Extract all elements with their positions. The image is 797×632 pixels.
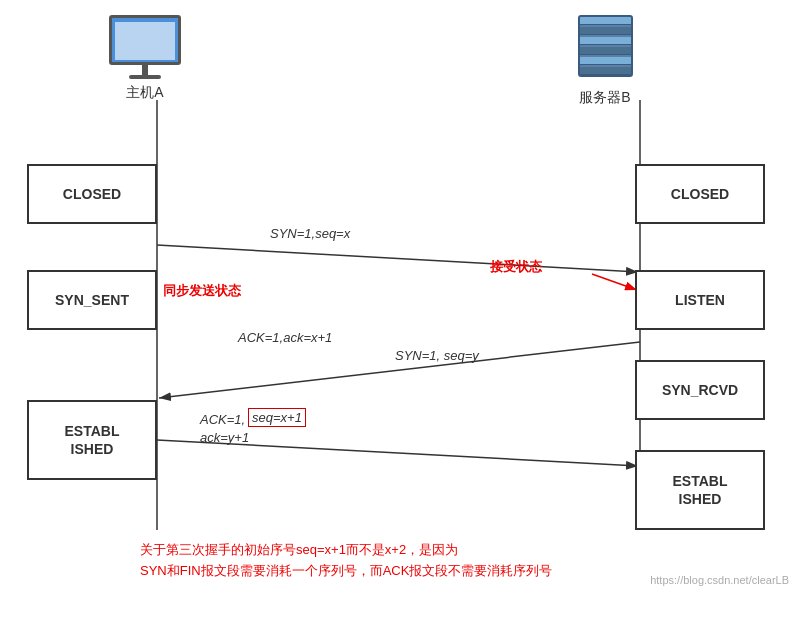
server-graphic bbox=[570, 15, 640, 85]
watermark: https://blog.csdn.net/clearLB bbox=[650, 574, 789, 586]
bottom-note-line1: 关于第三次握手的初始序号seq=x+1而不是x+2，是因为 bbox=[140, 540, 552, 561]
server-b-label: 服务器B bbox=[579, 89, 630, 107]
monitor-graphic bbox=[105, 15, 185, 80]
bottom-note: 关于第三次握手的初始序号seq=x+1而不是x+2，是因为 SYN和FIN报文段… bbox=[140, 540, 552, 582]
server-b-icon: 服务器B bbox=[570, 15, 640, 107]
state-closed-left: CLOSED bbox=[27, 164, 157, 224]
host-a-icon: 主机A bbox=[105, 15, 185, 102]
state-listen: LISTEN bbox=[635, 270, 765, 330]
bottom-note-line2: SYN和FIN报文段需要消耗一个序列号，而ACK报文段不需要消耗序列号 bbox=[140, 561, 552, 582]
signal-ack2-part2: ack=y+1 bbox=[200, 430, 249, 445]
label-jieshou: 接受状态 bbox=[490, 258, 542, 276]
host-a-label: 主机A bbox=[126, 84, 163, 102]
state-established-left: ESTABLISHED bbox=[27, 400, 157, 480]
state-established-right: ESTABLISHED bbox=[635, 450, 765, 530]
state-syn-sent: SYN_SENT bbox=[27, 270, 157, 330]
diagram-container: 主机A 服务器B bbox=[0, 0, 797, 590]
signal-syn: SYN=1,seq=x bbox=[270, 226, 350, 241]
signal-syn2: SYN=1, seq=y bbox=[395, 348, 479, 363]
highlight-seq: seq=x+1 bbox=[248, 408, 306, 427]
state-closed-right: CLOSED bbox=[635, 164, 765, 224]
svg-line-2 bbox=[157, 245, 638, 272]
label-tongbu: 同步发送状态 bbox=[163, 282, 241, 300]
signal-ack1: ACK=1,ack=x+1 bbox=[238, 330, 332, 345]
svg-line-5 bbox=[592, 274, 637, 290]
signal-ack2-part1: ACK=1, bbox=[200, 412, 245, 427]
state-syn-rcvd: SYN_RCVD bbox=[635, 360, 765, 420]
